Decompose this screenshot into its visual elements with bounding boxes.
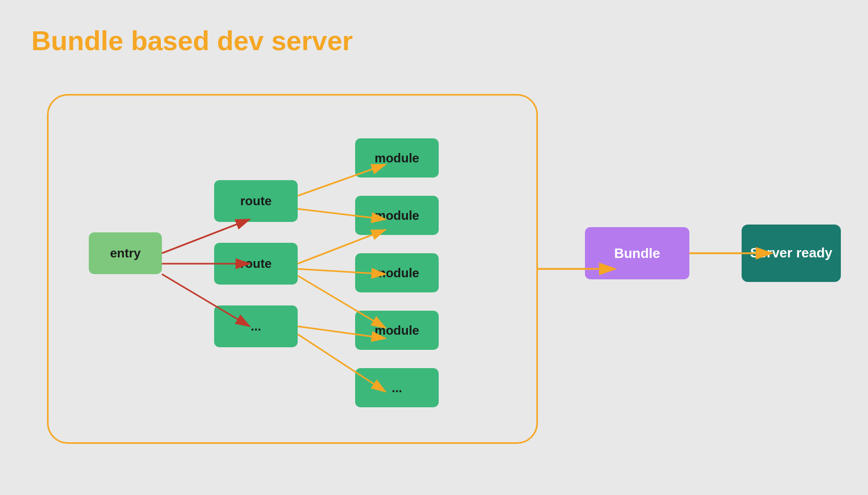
- diagram-container: entry route route ... module module modu…: [31, 78, 846, 465]
- node-dots-route: ...: [214, 305, 298, 347]
- page-title: Bundle based dev server: [31, 25, 353, 56]
- node-entry: entry: [89, 232, 162, 274]
- node-module1: module: [355, 138, 439, 178]
- node-dots-module: ...: [355, 368, 439, 407]
- node-bundle: Bundle: [585, 227, 689, 279]
- node-module4: module: [355, 311, 439, 350]
- node-route2: route: [214, 243, 298, 285]
- node-module3: module: [355, 253, 439, 292]
- node-route1: route: [214, 180, 298, 222]
- node-module2: module: [355, 196, 439, 235]
- node-server-ready: Server ready: [742, 225, 841, 282]
